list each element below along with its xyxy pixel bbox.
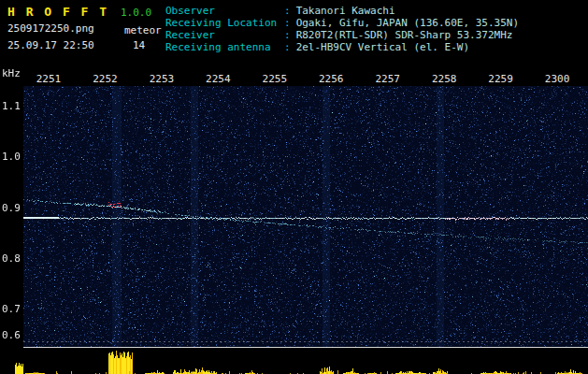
- info-value: Ogaki, Gifu, JAPAN (136.60E, 35.35N): [296, 17, 519, 29]
- freq-tick-label: 1.0: [2, 151, 21, 163]
- spectrogram-canvas: [23, 86, 588, 348]
- info-value: R820T2(RTL-SDR) SDR-Sharp 53.372MHz: [296, 29, 513, 41]
- freq-tick-label: 0.8: [2, 252, 21, 265]
- info-colon: :: [284, 5, 291, 17]
- time-tick-label: 2259: [488, 73, 513, 85]
- info-label: Receiving antenna: [165, 41, 284, 53]
- frequency-axis: kHz1.11.00.90.80.70.6: [0, 0, 23, 374]
- info-value: 2el-HB9CV Vertical (el. E-W): [296, 41, 469, 53]
- time-tick-label: 2258: [432, 73, 457, 85]
- info-colon: :: [284, 41, 291, 53]
- mode-label: meteor: [124, 24, 162, 36]
- info-row-antenna: Receiving antenna : 2el-HB9CV Vertical (…: [165, 41, 519, 53]
- info-label: Observer: [165, 5, 284, 17]
- amplitude-strip-canvas: [0, 347, 588, 374]
- time-tick-label: 2257: [375, 73, 400, 85]
- time-tick-label: 2252: [93, 73, 118, 85]
- time-tick-label: 2300: [545, 73, 570, 85]
- time-tick-label: 2256: [319, 73, 344, 85]
- station-info-panel: Observer : Takanori Kawachi Receiving Lo…: [165, 5, 519, 53]
- info-colon: :: [284, 29, 291, 41]
- info-value: Takanori Kawachi: [296, 5, 395, 17]
- time-axis: 2251225222532254225522562257225822592300: [23, 65, 588, 86]
- info-row-receiver: Receiver : R820T2(RTL-SDR) SDR-Sharp 53.…: [165, 29, 519, 41]
- info-label: Receiving Location: [165, 17, 284, 29]
- hrofft-output: H R O F F T 1.0.0 2509172250.png meteor …: [0, 0, 588, 374]
- freq-tick-label: 0.7: [2, 303, 21, 315]
- echo-count: 14: [133, 39, 145, 51]
- info-row-observer: Observer : Takanori Kawachi: [165, 5, 519, 17]
- time-tick-label: 2255: [263, 73, 288, 85]
- time-tick-label: 2254: [206, 73, 231, 85]
- freq-axis-unit: kHz: [2, 67, 21, 79]
- app-version: 1.0.0: [121, 7, 151, 19]
- info-label: Receiver: [165, 29, 284, 41]
- freq-tick-label: 0.6: [2, 329, 21, 341]
- time-tick-label: 2253: [150, 73, 175, 85]
- info-row-location: Receiving Location : Ogaki, Gifu, JAPAN …: [165, 17, 519, 29]
- freq-tick-label: 1.1: [2, 100, 21, 112]
- freq-tick-label: 0.9: [2, 202, 21, 214]
- time-tick-label: 2251: [36, 73, 62, 85]
- info-colon: :: [284, 17, 291, 29]
